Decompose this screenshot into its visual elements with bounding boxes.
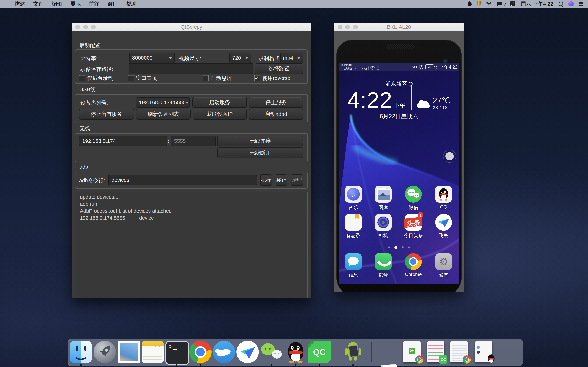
search-icon[interactable] bbox=[559, 1, 563, 6]
dock-android-scrcpy-icon[interactable] bbox=[342, 341, 364, 363]
start-service-button[interactable]: 启动服务 bbox=[192, 97, 247, 108]
stop-service-button[interactable]: 停止服务 bbox=[249, 97, 303, 108]
minimize-button[interactable] bbox=[83, 25, 88, 29]
close-button[interactable] bbox=[75, 25, 80, 29]
app-notes[interactable]: 备忘录 bbox=[339, 214, 367, 239]
wireless-port-placeholder: 5555 bbox=[174, 138, 186, 144]
dock-minimized-window-kun[interactable]: 坤 bbox=[401, 341, 423, 363]
minimize-button[interactable] bbox=[345, 25, 350, 29]
phone-window-titlebar[interactable]: BKL-AL20 bbox=[334, 23, 464, 31]
bitrate-select[interactable]: 8000000 bbox=[129, 53, 175, 63]
adb-log-output[interactable]: update devices... adb run AdbProcess::ou… bbox=[76, 192, 308, 299]
clock-widget[interactable]: 4:22 下午 27℃ 28 / 18 bbox=[339, 86, 459, 111]
checkbox-checked-icon[interactable] bbox=[254, 75, 260, 81]
dock-qq-icon[interactable] bbox=[285, 341, 307, 363]
record-format-select[interactable]: mp4 bbox=[280, 53, 303, 63]
wireless-disconnect-button[interactable]: 无线断开 bbox=[217, 148, 303, 158]
dock-minimized-window-qq[interactable] bbox=[473, 341, 495, 363]
section-wireless-label: 无线 bbox=[79, 125, 90, 132]
start-adbd-button[interactable]: 启动adbd bbox=[249, 109, 303, 119]
dock-notes-icon[interactable] bbox=[142, 341, 164, 363]
app-dialer[interactable]: 拨号 bbox=[369, 253, 397, 278]
checkbox-window-on-top[interactable]: 窗口置顶 bbox=[128, 75, 157, 82]
weather-high-low: 28 / 18 bbox=[432, 105, 451, 111]
menu-go[interactable]: 前往 bbox=[89, 0, 99, 8]
adb-cmd-input[interactable]: devices bbox=[108, 175, 257, 185]
adb-exec-button[interactable]: 执行 bbox=[260, 174, 272, 186]
app-feishu[interactable]: 飞书 bbox=[430, 214, 458, 239]
app-music[interactable]: ♫ 音乐 bbox=[339, 186, 367, 211]
phone-screen[interactable]: 优酷移动 中国联通 3G 4G bbox=[339, 63, 459, 284]
dock-minimized-window-qtcreator[interactable]: QC bbox=[424, 341, 447, 363]
adb-kill-button[interactable]: 终止 bbox=[276, 174, 287, 186]
window-title: QtScrcpy bbox=[181, 24, 202, 30]
menu-bar-status: 拼 周六 下午4:22 bbox=[468, 0, 588, 8]
home-page-dots[interactable] bbox=[339, 246, 459, 249]
menu-edit[interactable]: 编辑 bbox=[52, 0, 62, 8]
wifi-icon[interactable] bbox=[486, 1, 492, 6]
checkbox-icon[interactable] bbox=[128, 75, 134, 81]
dock-finder-icon[interactable] bbox=[70, 341, 92, 363]
assistive-touch-ball[interactable] bbox=[443, 150, 456, 163]
chrome-icon bbox=[415, 355, 423, 364]
battery-icon[interactable] bbox=[497, 2, 505, 6]
serial-select[interactable]: 192.168.0.174:5555 bbox=[136, 97, 190, 108]
menu-view[interactable]: 显示 bbox=[70, 0, 81, 8]
messages-icon bbox=[345, 253, 362, 270]
wireless-connect-button[interactable]: 无线连接 bbox=[217, 136, 303, 146]
stop-all-services-button[interactable]: 停止所有服务 bbox=[79, 109, 134, 119]
dock-qtcreator-icon[interactable]: QC bbox=[308, 341, 331, 363]
menu-bar-clock[interactable]: 周六 下午4:22 bbox=[521, 0, 553, 8]
siri-icon[interactable] bbox=[568, 1, 574, 7]
app-gallery[interactable]: 图库 bbox=[369, 186, 397, 211]
adb-clear-button[interactable]: 清理 bbox=[291, 174, 303, 186]
menu-help[interactable]: 帮助 bbox=[126, 0, 137, 8]
checkbox-icon[interactable] bbox=[203, 75, 209, 81]
checkbox-use-reverse[interactable]: 使用reverse bbox=[254, 75, 290, 82]
app-messages[interactable]: 信息 bbox=[339, 253, 367, 278]
app-chrome[interactable]: Chrome bbox=[399, 253, 427, 277]
menu-file[interactable]: 文件 bbox=[33, 0, 44, 8]
dock-feishu-icon[interactable] bbox=[236, 341, 259, 363]
pinyin-input-icon[interactable]: 拼 bbox=[510, 1, 515, 7]
app-wechat[interactable]: 微信 bbox=[399, 186, 427, 211]
dock-minimized-window-browser[interactable] bbox=[448, 341, 470, 363]
menu-bar-left: 访达 文件 编辑 显示 前往 窗口 帮助 bbox=[0, 0, 137, 8]
choose-path-button[interactable]: 选择路径 bbox=[255, 63, 303, 74]
get-device-ip-button[interactable]: 获取设备IP bbox=[193, 109, 247, 119]
checkbox-icon[interactable] bbox=[79, 75, 85, 81]
save-path-input[interactable] bbox=[129, 63, 253, 74]
dock-launchpad-icon[interactable] bbox=[94, 341, 116, 363]
close-button[interactable] bbox=[337, 25, 342, 29]
notification-list-icon[interactable] bbox=[579, 2, 583, 6]
qq-penguin-icon[interactable] bbox=[468, 1, 472, 6]
app-qq[interactable]: QQ bbox=[430, 186, 458, 210]
dock-wechat-icon[interactable] bbox=[260, 341, 283, 363]
app-camera[interactable]: 相机 bbox=[369, 214, 397, 239]
dock-terminal-icon[interactable]: >_ bbox=[165, 341, 189, 365]
weather-widget[interactable]: 27℃ 28 / 18 bbox=[417, 96, 451, 111]
bitrate-label: 比特率: bbox=[80, 55, 97, 62]
wireless-ip-input[interactable]: 192.168.0.174 bbox=[79, 136, 167, 146]
running-indicator bbox=[319, 364, 320, 366]
checkbox-auto-screen-off[interactable]: 自动息屏 bbox=[203, 75, 232, 82]
qtscrcpy-titlebar[interactable]: QtScrcpy bbox=[72, 23, 311, 31]
running-indicator bbox=[295, 364, 297, 366]
log-line: update devices... bbox=[80, 194, 304, 200]
checkbox-background-record[interactable]: 仅后台录制 bbox=[79, 75, 113, 82]
shield-icon[interactable] bbox=[477, 1, 481, 7]
dock-seal-app-icon[interactable] bbox=[213, 341, 235, 363]
wireless-port-input[interactable]: 5555 bbox=[171, 136, 216, 146]
refresh-device-list-button[interactable]: 刷新设备列表 bbox=[136, 109, 190, 119]
menu-window[interactable]: 窗口 bbox=[107, 0, 118, 8]
app-settings[interactable]: ⚙ 设置 bbox=[430, 253, 458, 278]
dock-chrome-icon[interactable] bbox=[189, 341, 212, 363]
zoom-button[interactable] bbox=[353, 25, 358, 29]
menu-finder[interactable]: 访达 bbox=[15, 0, 25, 8]
dock-documents-stack[interactable] bbox=[378, 363, 400, 367]
zoom-button[interactable] bbox=[91, 25, 95, 29]
traffic-lights bbox=[337, 25, 358, 29]
video-size-select[interactable]: 720 bbox=[229, 53, 251, 63]
app-toutiao[interactable]: 头条 1 今日头条 bbox=[399, 214, 427, 239]
dock-mail-icon[interactable] bbox=[118, 341, 140, 363]
